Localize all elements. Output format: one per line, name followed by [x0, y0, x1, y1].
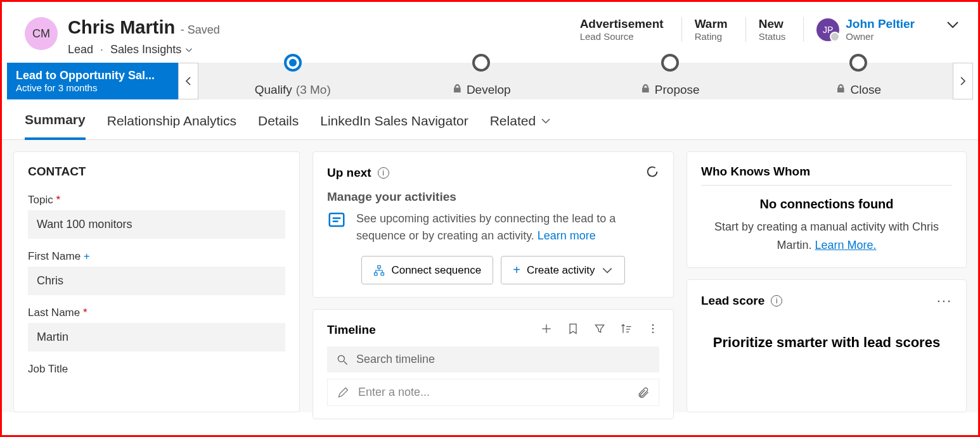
plus-icon [540, 322, 553, 335]
status-field[interactable]: New Status [745, 17, 786, 42]
header-expand-chevron-icon[interactable] [945, 17, 960, 32]
hierarchy-icon [373, 265, 385, 276]
timeline-filter-button[interactable] [593, 322, 606, 338]
lock-icon: 🔒︎ [452, 83, 463, 96]
stage-qualify[interactable]: Qualify (3 Mo) [198, 63, 387, 99]
timeline-add-button[interactable] [540, 322, 553, 338]
timeline-title: Timeline [327, 323, 376, 337]
refresh-icon[interactable] [645, 165, 659, 181]
process-flow-label[interactable]: Lead to Opportunity Sal... Active for 3 … [7, 63, 178, 99]
tab-summary[interactable]: Summary [25, 112, 86, 140]
svg-rect-5 [381, 272, 384, 275]
jobtitle-label: Job Title [28, 363, 285, 376]
svg-point-9 [338, 355, 344, 362]
info-icon[interactable]: i [378, 167, 389, 179]
chevron-right-icon [958, 76, 968, 86]
chevron-down-icon [185, 46, 193, 54]
rating-field[interactable]: Warm Rating [681, 17, 728, 42]
tab-details[interactable]: Details [258, 112, 299, 139]
create-activity-button[interactable]: + Create activity [501, 256, 624, 284]
owner-avatar: JP [816, 18, 839, 41]
lock-icon: 🔒︎ [835, 83, 846, 96]
sort-icon [620, 322, 633, 335]
contact-section-title: CONTACT [28, 165, 285, 179]
wkw-learn-more-link[interactable]: Learn More. [815, 239, 876, 251]
process-next-button[interactable] [953, 63, 973, 99]
more-vertical-icon [647, 322, 659, 335]
filter-icon [593, 322, 606, 335]
form-selector[interactable]: Sales Insights [110, 43, 193, 56]
chevron-down-icon [541, 116, 551, 126]
stage-circle-icon [849, 54, 867, 72]
search-icon [336, 353, 349, 366]
who-knows-whom-card: Who Knows Whom No connections found Star… [687, 151, 967, 268]
stage-close[interactable]: 🔒︎ Close [764, 63, 953, 99]
upnext-learn-more-link[interactable]: Learn more [538, 229, 596, 242]
lock-icon: 🔒︎ [640, 83, 651, 96]
stage-circle-icon [661, 54, 679, 72]
entity-type: Lead [68, 43, 93, 56]
svg-rect-4 [375, 272, 378, 275]
attachment-icon[interactable] [637, 386, 650, 399]
svg-rect-3 [378, 265, 381, 268]
svg-line-10 [344, 361, 347, 364]
contact-card: CONTACT Topic * First Name + Last Name *… [13, 151, 300, 412]
firstname-input[interactable] [28, 267, 285, 295]
lead-score-card: Lead score i ··· Prioritize smarter with… [687, 279, 967, 412]
chevron-down-icon [602, 265, 613, 276]
stage-circle-icon [472, 54, 490, 72]
connect-sequence-button[interactable]: Connect sequence [361, 256, 493, 284]
timeline-search-input[interactable]: Search timeline [327, 346, 659, 372]
timeline-more-button[interactable] [647, 322, 659, 338]
lead-score-more-button[interactable]: ··· [937, 293, 952, 309]
info-icon[interactable]: i [771, 295, 782, 307]
svg-point-7 [652, 328, 654, 330]
record-avatar: CM [25, 17, 58, 50]
process-prev-button[interactable] [178, 63, 198, 99]
lastname-input[interactable] [28, 323, 285, 352]
record-title: Chris Martin [68, 17, 175, 37]
pencil-icon [337, 386, 349, 399]
timeline-bookmark-button[interactable] [567, 322, 579, 338]
owner-field[interactable]: JP John Peltier Owner [803, 17, 915, 42]
svg-rect-0 [330, 213, 344, 226]
stage-develop[interactable]: 🔒︎ Develop [387, 63, 576, 99]
tab-linkedin[interactable]: LinkedIn Sales Navigator [320, 112, 468, 139]
timeline-card: Timeline Search timeline Enter a note... [313, 309, 674, 419]
save-status: - Saved [181, 23, 220, 36]
activities-icon [327, 210, 346, 244]
chevron-left-icon [183, 76, 193, 86]
upnext-title: Up next [327, 166, 371, 180]
timeline-note-input[interactable]: Enter a note... [327, 379, 659, 406]
lead-source-field[interactable]: Advertisement Lead Source [580, 17, 664, 42]
tab-relationship-analytics[interactable]: Relationship Analytics [107, 112, 236, 139]
plus-icon: + [513, 263, 520, 277]
stage-propose[interactable]: 🔒︎ Propose [576, 63, 764, 99]
stage-circle-icon [284, 54, 302, 72]
svg-point-8 [652, 332, 654, 334]
tab-related[interactable]: Related [490, 112, 551, 139]
bookmark-icon [567, 322, 579, 335]
up-next-card: Up next i Manage your activities See upc… [313, 151, 674, 298]
timeline-sort-button[interactable] [620, 322, 633, 338]
topic-input[interactable] [28, 210, 285, 239]
svg-point-6 [652, 324, 654, 326]
